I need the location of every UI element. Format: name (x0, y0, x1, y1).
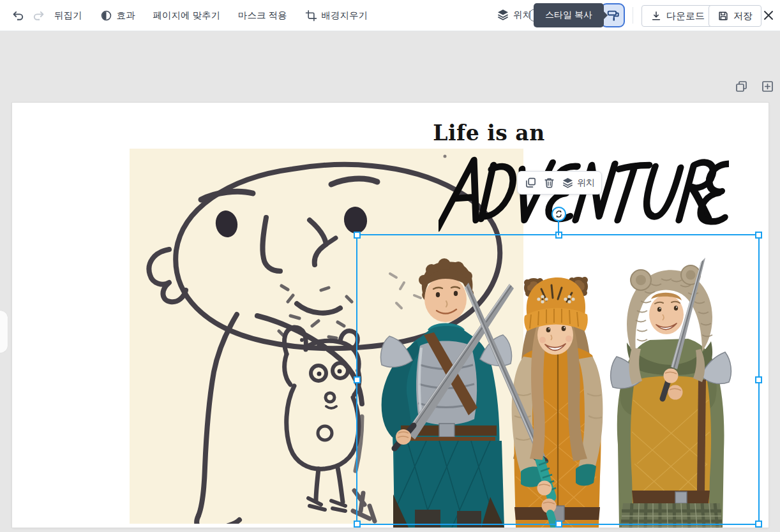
undo-button[interactable] (11, 8, 25, 22)
toolbar-divider (633, 7, 633, 24)
redo-button[interactable] (31, 8, 45, 22)
resize-handle-middle-right[interactable] (755, 376, 762, 383)
fit-to-page-label: 페이지에 맞추기 (153, 10, 221, 22)
undo-icon (11, 9, 25, 22)
resize-handle-bottom-center[interactable] (555, 521, 562, 528)
resize-handle-top-center[interactable] (555, 232, 562, 239)
resize-handle-middle-left[interactable] (354, 376, 361, 383)
effect-button[interactable]: 효과 (100, 10, 135, 22)
heading-text[interactable]: Life is an (393, 121, 585, 145)
effect-icon (100, 10, 112, 22)
flip-label: 뒤집기 (54, 10, 82, 22)
toolbar-left-group: 뒤집기 효과 페이지에 맞추기 마스크 적용 배경지우기 (0, 0, 377, 31)
redo-icon (32, 9, 45, 22)
duplicate-element-button[interactable] (523, 175, 539, 191)
element-position-label: 위치 (577, 177, 595, 189)
close-button[interactable] (762, 8, 776, 22)
canvas-page[interactable]: Life is an (12, 103, 769, 528)
page-actions (734, 79, 774, 93)
save-icon (717, 10, 729, 22)
heading-word[interactable]: ADVENTURE (439, 156, 729, 235)
resize-handle-bottom-right[interactable] (755, 521, 762, 528)
save-button[interactable]: 저장 (709, 5, 761, 27)
rotate-icon (555, 210, 563, 218)
toolbar-right-group: 위치 스타일 복사 다운로드 저장 (486, 0, 780, 31)
duplicate-page-button[interactable] (734, 79, 748, 93)
remove-background-label: 배경지우기 (322, 10, 368, 22)
save-label: 저장 (733, 10, 753, 22)
top-toolbar: 뒤집기 효과 페이지에 맞추기 마스크 적용 배경지우기 (0, 0, 780, 31)
duplicate-page-icon (735, 80, 748, 93)
close-icon (762, 9, 775, 22)
delete-element-button[interactable] (541, 175, 557, 191)
style-copy-tooltip: 스타일 복사 (534, 3, 604, 27)
crop-icon (305, 10, 317, 22)
download-button[interactable]: 다운로드 (641, 5, 714, 27)
effect-label: 효과 (117, 10, 135, 22)
resize-handle-bottom-left[interactable] (354, 521, 361, 528)
resize-handle-top-left[interactable] (354, 232, 361, 239)
remove-background-button[interactable]: 배경지우기 (305, 10, 368, 22)
kids-photo-image[interactable] (356, 234, 760, 528)
apply-mask-label: 마스크 적용 (238, 10, 287, 22)
collapse-panel-handle[interactable] (0, 310, 8, 353)
element-position-button[interactable]: 위치 (560, 175, 597, 191)
resize-handle-top-right[interactable] (755, 232, 762, 239)
selection-mini-toolbar: 위치 (517, 171, 602, 195)
apply-mask-button[interactable]: 마스크 적용 (238, 10, 287, 22)
flip-button[interactable]: 뒤집기 (54, 10, 82, 22)
download-icon (650, 10, 662, 22)
layers-icon (562, 177, 574, 189)
paint-roller-icon (606, 9, 620, 22)
download-label: 다운로드 (666, 10, 705, 22)
fit-to-page-button[interactable]: 페이지에 맞추기 (153, 10, 221, 22)
duplicate-icon (525, 177, 537, 189)
kid-left (381, 258, 512, 528)
rotate-handle[interactable] (551, 207, 566, 221)
style-copy-tooltip-label: 스타일 복사 (545, 10, 592, 21)
workspace: Life is an (0, 31, 780, 532)
layers-icon (497, 8, 509, 21)
trash-icon (543, 177, 555, 189)
add-page-button[interactable] (760, 79, 774, 93)
add-page-icon (761, 80, 774, 93)
adventure-lettering (439, 156, 729, 235)
